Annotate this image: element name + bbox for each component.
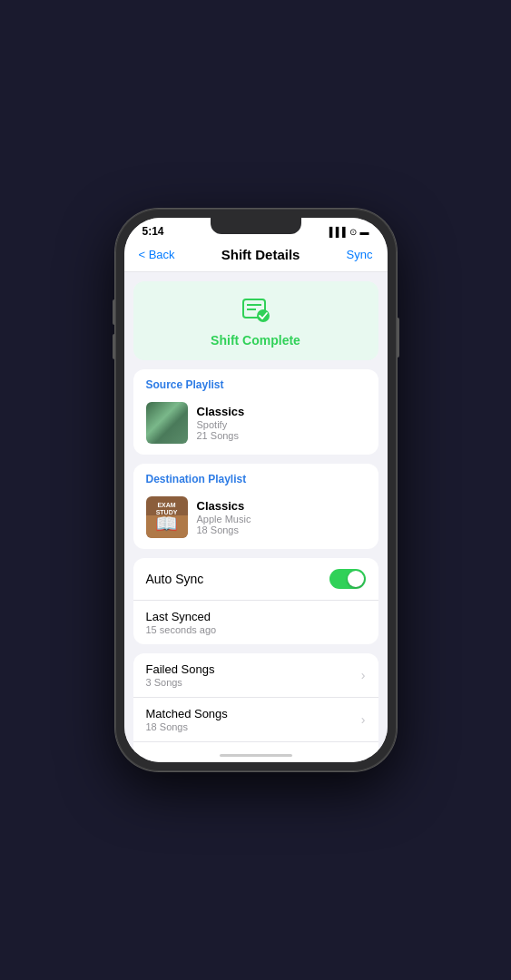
destination-playlist-card: Destination Playlist EXAMSTUDY 📖 Classic…	[133, 464, 378, 549]
sync-button[interactable]: Sync	[347, 248, 373, 261]
destination-playlist-service: Apple Music	[197, 514, 366, 524]
auto-sync-label: Auto Sync	[146, 572, 204, 586]
last-synced-row: Last Synced 15 seconds ago	[133, 601, 378, 644]
source-playlist-item[interactable]: Classics Spotify 21 Songs	[133, 397, 378, 455]
auto-sync-toggle[interactable]	[329, 569, 366, 589]
source-playlist-info: Classics Spotify 21 Songs	[197, 405, 366, 441]
destination-playlist-info: Classics Apple Music 18 Songs	[197, 499, 366, 535]
phone-frame: 5:14 ▐▐▐ ⊙ ▬ < Back Shift Details Sync	[115, 209, 397, 771]
shift-complete-icon	[241, 294, 270, 329]
matched-songs-chevron: ›	[361, 712, 366, 727]
status-time: 5:14	[142, 225, 164, 238]
matched-songs-info: Matched Songs 18 Songs	[146, 707, 228, 732]
failed-songs-info: Failed Songs 3 Songs	[146, 662, 215, 688]
nav-bar: < Back Shift Details Sync	[124, 241, 388, 272]
matched-songs-label: Matched Songs	[146, 707, 228, 720]
destination-playlist-thumbnail: EXAMSTUDY 📖	[146, 496, 188, 538]
failed-songs-label: Failed Songs	[146, 662, 215, 676]
destination-playlist-count: 18 Songs	[197, 524, 366, 535]
volume-up-button	[113, 299, 115, 325]
matched-songs-row[interactable]: Matched Songs 18 Songs ›	[133, 698, 378, 742]
home-indicator	[124, 749, 388, 762]
source-playlist-title: Source Playlist	[133, 369, 378, 397]
toggle-knob	[348, 571, 364, 587]
back-button[interactable]: < Back	[139, 248, 175, 261]
source-playlist-service: Spotify	[197, 419, 366, 430]
wifi-icon: ⊙	[349, 227, 357, 237]
shift-complete-banner: Shift Complete	[133, 281, 378, 360]
signal-icon: ▐▐▐	[326, 227, 345, 237]
source-playlist-thumbnail	[146, 402, 188, 444]
last-synced-time: 15 seconds ago	[146, 624, 366, 635]
source-playlist-count: 21 Songs	[197, 430, 366, 441]
failed-songs-count: 3 Songs	[146, 677, 215, 688]
source-playlist-name: Classics	[197, 405, 366, 418]
failed-songs-chevron: ›	[361, 668, 366, 682]
battery-icon: ▬	[360, 227, 369, 237]
power-button	[397, 318, 399, 358]
volume-down-button	[113, 334, 115, 359]
auto-sync-row: Auto Sync	[133, 558, 378, 601]
last-synced-label: Last Synced	[146, 610, 366, 623]
matched-songs-count: 18 Songs	[146, 721, 228, 732]
source-playlist-card: Source Playlist Classics Spotify 21 Song…	[133, 369, 378, 455]
failed-songs-row[interactable]: Failed Songs 3 Songs ›	[133, 653, 378, 698]
pending-songs-row[interactable]: Pending Songs 0 Songs ›	[133, 742, 378, 749]
phone-screen: 5:14 ▐▐▐ ⊙ ▬ < Back Shift Details Sync	[124, 218, 388, 762]
page-title: Shift Details	[221, 247, 300, 262]
auto-sync-card: Auto Sync Last Synced 15 seconds ago	[133, 558, 378, 644]
songs-card: Failed Songs 3 Songs › Matched Songs 18 …	[133, 653, 378, 749]
destination-playlist-name: Classics	[197, 499, 366, 513]
home-bar	[220, 754, 292, 757]
shift-complete-text: Shift Complete	[211, 333, 300, 348]
book-icon: 📖	[155, 513, 178, 534]
destination-playlist-item[interactable]: EXAMSTUDY 📖 Classics Apple Music 18 Song…	[133, 491, 378, 549]
notch	[211, 218, 301, 234]
scroll-content: Shift Complete Source Playlist Classics …	[124, 272, 388, 749]
destination-playlist-title: Destination Playlist	[133, 464, 378, 491]
status-icons: ▐▐▐ ⊙ ▬	[326, 227, 369, 237]
